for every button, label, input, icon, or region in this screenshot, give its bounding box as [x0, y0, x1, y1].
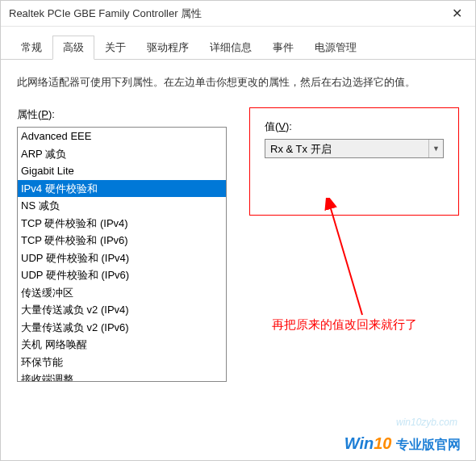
description-text: 此网络适配器可使用下列属性。在左边单击你想更改的属性，然后在右边选择它的值。 — [17, 73, 459, 91]
list-item[interactable]: UDP 硬件校验和 (IPv4) — [18, 249, 226, 267]
list-item[interactable]: Gigabit Lite — [18, 162, 226, 180]
tab-details[interactable]: 详细信息 — [199, 36, 262, 60]
svg-line-1 — [330, 206, 362, 315]
list-item[interactable]: 关机 网络唤醒 — [18, 336, 226, 354]
value-label: 值(V): — [265, 119, 444, 134]
tab-driver[interactable]: 驱动程序 — [136, 36, 199, 60]
value-selected: Rx & Tx 开启 — [265, 140, 428, 157]
list-item[interactable]: UDP 硬件校验和 (IPv6) — [18, 266, 226, 284]
close-button[interactable]: ✕ — [439, 1, 475, 26]
list-item[interactable]: 接收端调整 — [18, 371, 226, 382]
annotation-arrow-icon — [322, 198, 435, 327]
annotation-text: 再把原来的值改回来就行了 — [272, 317, 417, 333]
titlebar: Realtek PCIe GBE Family Controller 属性 ✕ — [1, 1, 475, 27]
list-item[interactable]: NS 减负 — [18, 197, 226, 215]
tab-strip: 常规 高级 关于 驱动程序 详细信息 事件 电源管理 — [1, 27, 475, 60]
close-icon: ✕ — [452, 6, 462, 21]
list-item[interactable]: 传送缓冲区 — [18, 284, 226, 302]
tab-general[interactable]: 常规 — [10, 36, 52, 60]
watermark-url: win10zyb.com — [396, 417, 457, 428]
list-item[interactable]: 环保节能 — [18, 354, 226, 371]
list-item[interactable]: Advanced EEE — [18, 128, 226, 145]
tab-advanced[interactable]: 高级 — [52, 36, 94, 60]
window-title: Realtek PCIe GBE Family Controller 属性 — [9, 6, 439, 21]
tab-about[interactable]: 关于 — [94, 36, 136, 60]
list-item[interactable]: ARP 减负 — [18, 145, 226, 163]
content-area: 此网络适配器可使用下列属性。在左边单击你想更改的属性，然后在右边选择它的值。 属… — [1, 60, 475, 390]
tab-events[interactable]: 事件 — [262, 36, 304, 60]
list-item[interactable]: IPv4 硬件校验和 — [18, 180, 226, 198]
list-item[interactable]: TCP 硬件校验和 (IPv6) — [18, 232, 226, 249]
list-item[interactable]: 大量传送减负 v2 (IPv6) — [18, 319, 226, 337]
tab-power[interactable]: 电源管理 — [304, 36, 367, 60]
property-listbox[interactable]: Advanced EEEARP 减负Gigabit LiteIPv4 硬件校验和… — [17, 127, 227, 382]
list-item[interactable]: TCP 硬件校验和 (IPv4) — [18, 215, 226, 233]
watermark-brand: Win10 专业版官网 — [344, 434, 461, 454]
chevron-down-icon: ▼ — [428, 140, 443, 157]
value-dropdown[interactable]: Rx & Tx 开启 ▼ — [265, 139, 444, 158]
list-item[interactable]: 大量传送减负 v2 (IPv4) — [18, 301, 226, 319]
value-highlight-box: 值(V): Rx & Tx 开启 ▼ — [249, 107, 459, 216]
property-label: 属性(P): — [17, 107, 227, 122]
